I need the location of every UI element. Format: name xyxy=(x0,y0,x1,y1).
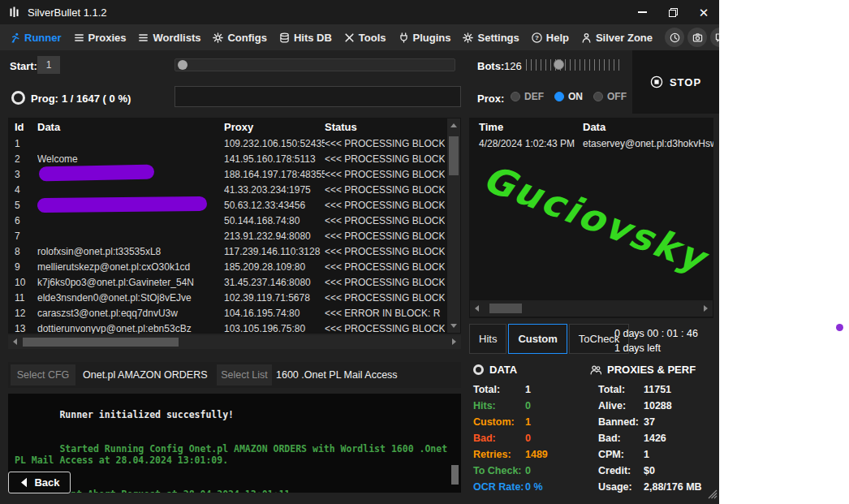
history-button[interactable] xyxy=(665,28,684,47)
hits-header: Time Data xyxy=(469,118,713,136)
column-proxy[interactable]: Proxy xyxy=(224,121,325,133)
scrollbar-thumb[interactable] xyxy=(489,304,522,313)
back-button[interactable]: Back xyxy=(8,472,71,493)
log-scrollbar[interactable] xyxy=(451,395,459,491)
progress-ring-icon xyxy=(11,91,25,105)
stop-button[interactable]: STOP xyxy=(632,50,719,114)
cell-id: 4 xyxy=(8,184,37,196)
cell-status: <<< PROCESSING BLOCK xyxy=(325,138,445,149)
nav-silver-zone[interactable]: Silver Zone xyxy=(581,32,653,44)
column-time[interactable]: Time xyxy=(469,121,583,133)
cell-status: <<< PROCESSING BLOCK xyxy=(325,215,445,226)
table-row[interactable]: 1 109.232.106.150:52435 <<< PROCESSING B… xyxy=(8,136,461,151)
stat-label: Total: xyxy=(598,384,644,395)
column-data[interactable]: Data xyxy=(583,121,713,133)
cell-id: 5 xyxy=(8,200,37,211)
column-data[interactable]: Data xyxy=(37,121,224,133)
nav-tools[interactable]: Tools xyxy=(344,32,386,44)
maximize-button[interactable] xyxy=(657,0,688,24)
close-button[interactable]: ✕ xyxy=(688,0,719,24)
hits-horizontal-scrollbar[interactable] xyxy=(470,300,713,317)
cell-status: <<< PROCESSING BLOCK xyxy=(325,200,445,211)
start-input[interactable] xyxy=(37,56,60,74)
scrollbar-thumb[interactable] xyxy=(23,338,179,347)
stat-label: Usage: xyxy=(598,481,644,493)
back-label: Back xyxy=(34,476,59,489)
start-slider[interactable] xyxy=(175,58,455,71)
minimize-button[interactable] xyxy=(627,0,657,24)
clock-history-icon xyxy=(670,32,680,43)
cell-status: <<< PROCESSING BLOCK xyxy=(325,184,445,196)
nav-configs[interactable]: Configs xyxy=(213,32,266,44)
back-arrow-icon xyxy=(19,476,28,489)
cell-id: 6 xyxy=(8,215,37,226)
proxy-mode-radio[interactable]: DEF xyxy=(511,91,544,102)
cell-id: 3 xyxy=(8,169,37,180)
scroll-right-arrow[interactable] xyxy=(452,338,456,345)
grid-horizontal-scrollbar[interactable] xyxy=(8,335,461,349)
hit-row[interactable]: 4/28/2024 1:02:43 PM etaservey@onet.pl:d… xyxy=(469,136,713,152)
nav-hits-db[interactable]: Hits DB xyxy=(279,32,332,44)
stat-value: $0 xyxy=(644,465,655,476)
table-row[interactable]: 12 caraszst3@onet.pl:eqq7dnvU3w 104.16.1… xyxy=(8,305,461,321)
proxy-mode-radio[interactable]: ON xyxy=(554,91,583,102)
proxy-mode-radio[interactable]: OFF xyxy=(593,91,627,102)
cell-proxy: 41.33.203.234:1975 xyxy=(224,184,325,196)
stat-value: 0 % xyxy=(525,481,543,493)
scroll-right-arrow[interactable] xyxy=(704,305,708,312)
tab-label: Hits xyxy=(479,333,497,345)
selected-wordlist-value: 1600 .Onet PL Mail Access xyxy=(276,362,398,388)
chat-button[interactable] xyxy=(710,28,719,47)
start-slider-knob[interactable] xyxy=(178,60,187,70)
stat-label: OCR Rate: xyxy=(473,481,525,493)
cell-proxy: 141.95.160.178:5113 xyxy=(224,153,325,165)
nav-proxies[interactable]: Proxies xyxy=(74,32,127,44)
log-line: Started Running Config Onet.pl AMAZON OR… xyxy=(15,432,455,477)
stat-value: 1426 xyxy=(644,433,666,444)
tab[interactable]: Hits xyxy=(469,324,506,354)
screenshot-button[interactable] xyxy=(687,28,707,47)
nav-settings[interactable]: Settings xyxy=(463,32,519,44)
timer-days-left: 1 days left xyxy=(614,341,698,355)
bots-slider[interactable] xyxy=(526,57,622,73)
scroll-left-arrow[interactable] xyxy=(13,338,17,345)
table-row[interactable]: 8 rolofxsin@onet.pl:t33535xL8 117.239.14… xyxy=(8,243,461,259)
table-row[interactable]: 13 dottierunvonyvp@onet.pl:ebn53cBz 103.… xyxy=(8,321,461,334)
tab[interactable]: Custom xyxy=(508,324,567,354)
scrollbar-thumb[interactable] xyxy=(449,136,459,175)
nav-plugins[interactable]: Plugins xyxy=(399,32,451,44)
column-status[interactable]: Status xyxy=(325,121,445,133)
bots-slider-knob[interactable] xyxy=(554,59,564,70)
stat-row: Bad: 1426 xyxy=(598,430,718,446)
table-row[interactable]: 4 41.33.203.234:1975 <<< PROCESSING BLOC… xyxy=(8,182,461,197)
scroll-left-arrow[interactable] xyxy=(475,305,479,312)
resize-grip[interactable] xyxy=(708,489,718,499)
nav-wordlists[interactable]: Wordlists xyxy=(138,32,200,44)
stop-panel: STOP xyxy=(632,50,719,114)
stat-label: Retries: xyxy=(473,449,525,460)
table-row[interactable]: 11 elde3nsnden0@onet.pl:StOj8vEJve 102.3… xyxy=(8,290,461,305)
table-row[interactable]: 2 Welcome 141.95.160.178:5113 <<< PROCES… xyxy=(8,151,461,166)
grid-vertical-scrollbar[interactable] xyxy=(447,118,460,333)
runner-textbox[interactable] xyxy=(175,86,461,107)
stat-value: 2,88/176 MB xyxy=(644,481,702,493)
scrollbar-thumb[interactable] xyxy=(451,465,459,485)
table-row[interactable]: 7 213.91.232.94:8080 <<< PROCESSING BLOC… xyxy=(8,228,461,243)
radio-label: ON xyxy=(568,91,583,102)
scroll-up-arrow[interactable] xyxy=(450,123,457,127)
cell-proxy: 213.91.232.94:8080 xyxy=(224,230,325,242)
scroll-down-arrow[interactable] xyxy=(450,324,457,328)
select-list-button[interactable]: Select List xyxy=(217,364,272,386)
table-row[interactable]: 6 50.144.168.74:80 <<< PROCESSING BLOCK xyxy=(8,213,461,228)
table-row[interactable]: 10 k7j6ks0po3@onet.pl:Gavineter_54N 31.4… xyxy=(8,274,461,290)
select-cfg-button[interactable]: Select CFG xyxy=(11,364,75,386)
cell-status: <<< PROCESSING BLOCK xyxy=(325,246,445,257)
table-row[interactable]: 9 mellierutskezp@onet.pl:cxO30k1cd 185.2… xyxy=(8,259,461,274)
cell-id: 2 xyxy=(8,153,37,165)
cell-data: Welcome xyxy=(37,153,224,165)
nav-help[interactable]: ? Help xyxy=(532,32,569,44)
column-id[interactable]: Id xyxy=(8,121,37,133)
nav-label: Help xyxy=(546,32,569,44)
nav-runner[interactable]: Runner xyxy=(10,32,62,44)
navbar: Runner Proxies Wordlists Configs xyxy=(0,24,719,50)
